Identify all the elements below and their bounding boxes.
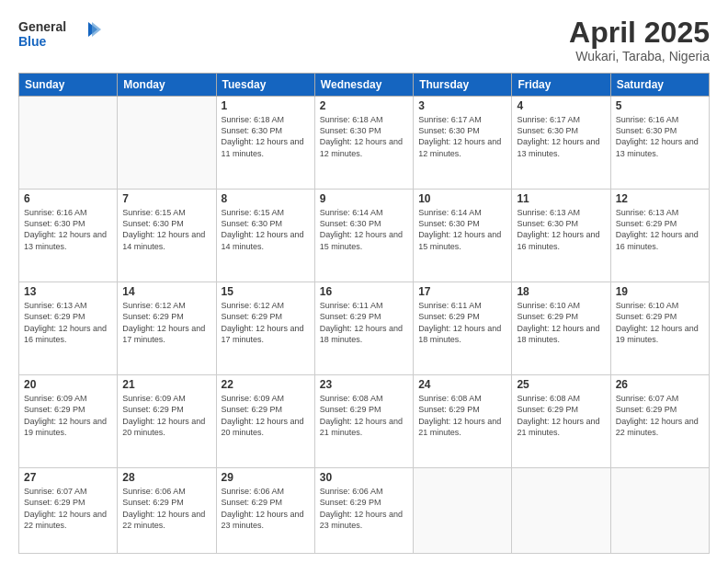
col-thursday: Thursday: [414, 74, 512, 97]
table-row: 13Sunrise: 6:13 AM Sunset: 6:29 PM Dayli…: [19, 282, 118, 375]
table-row: 29Sunrise: 6:06 AM Sunset: 6:29 PM Dayli…: [216, 468, 314, 554]
day-number: 13: [24, 285, 112, 298]
day-info: Sunrise: 6:08 AM Sunset: 6:29 PM Dayligh…: [517, 393, 605, 438]
day-info: Sunrise: 6:14 AM Sunset: 6:30 PM Dayligh…: [320, 207, 408, 252]
day-number: 19: [616, 285, 704, 298]
day-info: Sunrise: 6:18 AM Sunset: 6:30 PM Dayligh…: [320, 114, 408, 159]
table-row: 26Sunrise: 6:07 AM Sunset: 6:29 PM Dayli…: [610, 375, 709, 468]
day-number: 29: [222, 471, 310, 484]
day-info: Sunrise: 6:06 AM Sunset: 6:29 PM Dayligh…: [222, 486, 310, 531]
day-info: Sunrise: 6:08 AM Sunset: 6:29 PM Dayligh…: [320, 393, 408, 438]
day-number: 17: [418, 285, 506, 298]
logo: General Blue: [18, 17, 101, 50]
table-row: 24Sunrise: 6:08 AM Sunset: 6:29 PM Dayli…: [414, 375, 512, 468]
table-row: 30Sunrise: 6:06 AM Sunset: 6:29 PM Dayli…: [314, 468, 413, 554]
table-row: 10Sunrise: 6:14 AM Sunset: 6:30 PM Dayli…: [414, 190, 512, 282]
table-row: 23Sunrise: 6:08 AM Sunset: 6:29 PM Dayli…: [314, 375, 413, 468]
day-number: 22: [222, 378, 310, 391]
day-info: Sunrise: 6:09 AM Sunset: 6:29 PM Dayligh…: [122, 393, 210, 438]
page-header: General Blue April 2025 Wukari, Taraba, …: [18, 17, 710, 63]
table-row: 5Sunrise: 6:16 AM Sunset: 6:30 PM Daylig…: [610, 97, 709, 190]
table-row: 3Sunrise: 6:17 AM Sunset: 6:30 PM Daylig…: [414, 97, 512, 190]
svg-marker-3: [92, 22, 101, 37]
day-number: 3: [418, 99, 506, 112]
table-row: 27Sunrise: 6:07 AM Sunset: 6:29 PM Dayli…: [19, 468, 118, 554]
day-info: Sunrise: 6:18 AM Sunset: 6:30 PM Dayligh…: [222, 114, 310, 159]
table-row: 7Sunrise: 6:15 AM Sunset: 6:30 PM Daylig…: [118, 190, 216, 282]
day-info: Sunrise: 6:11 AM Sunset: 6:29 PM Dayligh…: [320, 300, 408, 345]
day-number: 7: [122, 192, 210, 205]
table-row: [610, 468, 709, 554]
day-info: Sunrise: 6:07 AM Sunset: 6:29 PM Dayligh…: [24, 486, 112, 531]
location: Wukari, Taraba, Nigeria: [569, 49, 710, 63]
table-row: 20Sunrise: 6:09 AM Sunset: 6:29 PM Dayli…: [19, 375, 118, 468]
day-info: Sunrise: 6:06 AM Sunset: 6:29 PM Dayligh…: [122, 486, 210, 531]
day-number: 24: [418, 378, 506, 391]
table-row: 15Sunrise: 6:12 AM Sunset: 6:29 PM Dayli…: [216, 282, 314, 375]
calendar-table: Sunday Monday Tuesday Wednesday Thursday…: [18, 73, 710, 554]
day-info: Sunrise: 6:07 AM Sunset: 6:29 PM Dayligh…: [616, 393, 704, 438]
day-number: 27: [24, 471, 112, 484]
day-info: Sunrise: 6:10 AM Sunset: 6:29 PM Dayligh…: [616, 300, 704, 345]
calendar-header-row: Sunday Monday Tuesday Wednesday Thursday…: [19, 74, 710, 97]
day-number: 28: [122, 471, 210, 484]
table-row: 4Sunrise: 6:17 AM Sunset: 6:30 PM Daylig…: [512, 97, 610, 190]
table-row: 14Sunrise: 6:12 AM Sunset: 6:29 PM Dayli…: [118, 282, 216, 375]
day-number: 25: [517, 378, 605, 391]
col-sunday: Sunday: [19, 74, 118, 97]
table-row: 28Sunrise: 6:06 AM Sunset: 6:29 PM Dayli…: [118, 468, 216, 554]
day-info: Sunrise: 6:14 AM Sunset: 6:30 PM Dayligh…: [418, 207, 506, 252]
day-number: 11: [517, 192, 605, 205]
table-row: 25Sunrise: 6:08 AM Sunset: 6:29 PM Dayli…: [512, 375, 610, 468]
day-number: 15: [222, 285, 310, 298]
table-row: [19, 97, 118, 190]
day-info: Sunrise: 6:12 AM Sunset: 6:29 PM Dayligh…: [222, 300, 310, 345]
col-wednesday: Wednesday: [314, 74, 413, 97]
day-info: Sunrise: 6:08 AM Sunset: 6:29 PM Dayligh…: [418, 393, 506, 438]
day-number: 10: [418, 192, 506, 205]
month-title: April 2025: [569, 17, 710, 49]
col-saturday: Saturday: [610, 74, 709, 97]
day-number: 2: [320, 99, 408, 112]
day-number: 20: [24, 378, 112, 391]
day-info: Sunrise: 6:10 AM Sunset: 6:29 PM Dayligh…: [517, 300, 605, 345]
day-number: 12: [616, 192, 704, 205]
day-info: Sunrise: 6:16 AM Sunset: 6:30 PM Dayligh…: [616, 114, 704, 159]
day-info: Sunrise: 6:17 AM Sunset: 6:30 PM Dayligh…: [517, 114, 605, 159]
title-block: April 2025 Wukari, Taraba, Nigeria: [569, 17, 710, 63]
day-info: Sunrise: 6:12 AM Sunset: 6:29 PM Dayligh…: [122, 300, 210, 345]
day-number: 5: [616, 99, 704, 112]
day-info: Sunrise: 6:09 AM Sunset: 6:29 PM Dayligh…: [24, 393, 112, 438]
day-number: 6: [24, 192, 112, 205]
day-number: 18: [517, 285, 605, 298]
day-info: Sunrise: 6:16 AM Sunset: 6:30 PM Dayligh…: [24, 207, 112, 252]
day-number: 16: [320, 285, 408, 298]
table-row: 2Sunrise: 6:18 AM Sunset: 6:30 PM Daylig…: [314, 97, 413, 190]
day-info: Sunrise: 6:15 AM Sunset: 6:30 PM Dayligh…: [122, 207, 210, 252]
table-row: 19Sunrise: 6:10 AM Sunset: 6:29 PM Dayli…: [610, 282, 709, 375]
table-row: 21Sunrise: 6:09 AM Sunset: 6:29 PM Dayli…: [118, 375, 216, 468]
day-number: 4: [517, 99, 605, 112]
table-row: [512, 468, 610, 554]
col-tuesday: Tuesday: [216, 74, 314, 97]
svg-text:General: General: [18, 19, 66, 34]
logo-svg: General Blue: [18, 17, 101, 50]
day-number: 8: [222, 192, 310, 205]
day-info: Sunrise: 6:06 AM Sunset: 6:29 PM Dayligh…: [320, 486, 408, 531]
day-number: 23: [320, 378, 408, 391]
table-row: 17Sunrise: 6:11 AM Sunset: 6:29 PM Dayli…: [414, 282, 512, 375]
day-info: Sunrise: 6:15 AM Sunset: 6:30 PM Dayligh…: [222, 207, 310, 252]
day-info: Sunrise: 6:13 AM Sunset: 6:30 PM Dayligh…: [517, 207, 605, 252]
table-row: 22Sunrise: 6:09 AM Sunset: 6:29 PM Dayli…: [216, 375, 314, 468]
day-info: Sunrise: 6:09 AM Sunset: 6:29 PM Dayligh…: [222, 393, 310, 438]
day-info: Sunrise: 6:13 AM Sunset: 6:29 PM Dayligh…: [616, 207, 704, 252]
day-info: Sunrise: 6:11 AM Sunset: 6:29 PM Dayligh…: [418, 300, 506, 345]
day-number: 26: [616, 378, 704, 391]
table-row: 11Sunrise: 6:13 AM Sunset: 6:30 PM Dayli…: [512, 190, 610, 282]
table-row: 12Sunrise: 6:13 AM Sunset: 6:29 PM Dayli…: [610, 190, 709, 282]
day-number: 30: [320, 471, 408, 484]
svg-text:Blue: Blue: [18, 34, 47, 49]
day-number: 14: [122, 285, 210, 298]
day-number: 21: [122, 378, 210, 391]
table-row: 9Sunrise: 6:14 AM Sunset: 6:30 PM Daylig…: [314, 190, 413, 282]
